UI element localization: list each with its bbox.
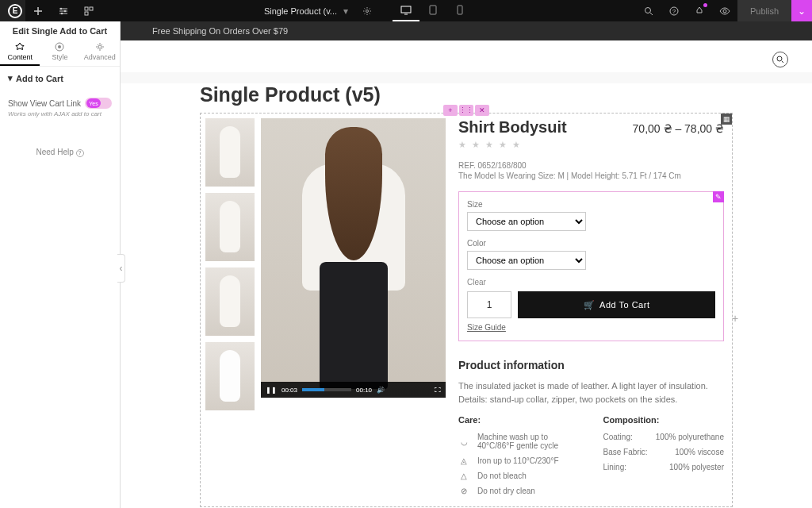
svg-point-15: [58, 45, 61, 48]
device-desktop-icon[interactable]: [393, 0, 419, 21]
iron-icon: ◬: [458, 456, 469, 465]
publish-options-chevron-icon[interactable]: ⌄: [791, 0, 812, 21]
ajax-note: Works only with AJAX add to cart: [0, 110, 120, 125]
section-add-icon[interactable]: +: [443, 105, 458, 116]
product-info-text: The insulated jacket is made of leather.…: [458, 379, 724, 406]
quantity-input[interactable]: 1: [467, 291, 511, 318]
elementor-logo[interactable]: E: [0, 0, 25, 21]
preview-canvas: Free Shipping On Orders Over $79 Single …: [121, 21, 812, 508]
product-price: 70,00 ₴ – 78,00 ₴: [633, 122, 724, 135]
video-duration: 00:10: [356, 387, 372, 394]
section-add-to-cart-header[interactable]: ▾ Add to Cart: [8, 73, 112, 83]
editor-sidebar: Edit Single Add to Cart Content Style Ad…: [0, 21, 121, 508]
svg-point-13: [723, 10, 726, 13]
composition-row: Coating:100% polyurethane: [603, 433, 725, 441]
add-section-icon[interactable]: +: [732, 312, 743, 323]
search-icon[interactable]: [772, 52, 788, 67]
care-heading: Care:: [458, 415, 580, 425]
gallery-column: ▦: [201, 114, 450, 506]
section-handles: + ⋮⋮ ✕: [443, 105, 489, 116]
gallery-thumb[interactable]: [205, 267, 255, 336]
svg-text:?: ?: [672, 8, 676, 15]
svg-rect-7: [401, 6, 411, 13]
sidebar-collapse-handle[interactable]: ‹: [117, 254, 125, 283]
notifications-icon[interactable]: [687, 0, 712, 21]
page-title: Single Product (v5): [200, 83, 733, 106]
size-label: Size: [467, 200, 715, 209]
promo-bar: Free Shipping On Orders Over $79: [121, 21, 812, 40]
site-header: [121, 40, 812, 72]
add-to-cart-button[interactable]: 🛒 Add To Cart: [518, 291, 715, 318]
page-settings-icon[interactable]: [354, 0, 380, 21]
dryclean-icon: ⊘: [458, 487, 469, 495]
star-rating: ★ ★ ★ ★ ★: [458, 140, 724, 150]
product-info-column: Shirt Bodysuit 70,00 ₴ – 78,00 ₴ ★ ★ ★ ★…: [450, 114, 732, 506]
product-ref: REF. 0652/168/800: [458, 161, 724, 170]
device-mobile-icon[interactable]: [446, 0, 473, 21]
wash-icon: ◡: [458, 437, 469, 446]
play-pause-icon[interactable]: ❚❚: [266, 387, 277, 394]
add-element-icon[interactable]: [25, 0, 51, 21]
clear-variations-link[interactable]: Clear: [467, 278, 715, 287]
video-controls: ❚❚ 00:03 00:10 🔊 ⛶: [261, 382, 446, 398]
need-help-link[interactable]: Need Help ?: [0, 148, 120, 157]
gallery-thumb[interactable]: [205, 193, 255, 261]
product-video[interactable]: ❚❚ 00:03 00:10 🔊 ⛶: [261, 118, 446, 398]
product-info-heading: Product information: [458, 359, 724, 371]
svg-point-17: [777, 56, 782, 61]
sidebar-title: Edit Single Add to Cart: [0, 21, 120, 39]
svg-rect-5: [85, 12, 88, 15]
model-note: The Model Is Wearing Size: M | Model Hei…: [458, 171, 724, 180]
svg-point-1: [64, 10, 66, 11]
size-guide-link[interactable]: Size Guide: [467, 323, 506, 332]
composition-heading: Composition:: [603, 415, 725, 425]
help-icon[interactable]: ?: [661, 0, 687, 21]
tab-advanced[interactable]: Advanced: [80, 39, 120, 66]
document-title[interactable]: Single Product (v...: [264, 6, 337, 16]
svg-rect-4: [90, 7, 93, 10]
svg-rect-3: [85, 7, 88, 10]
size-select[interactable]: Choose an option: [467, 212, 586, 231]
volume-icon[interactable]: 🔊: [377, 387, 385, 394]
gallery-thumb[interactable]: [205, 118, 255, 187]
sidebar-tabs: Content Style Advanced: [0, 39, 120, 67]
cart-icon: 🛒: [584, 300, 596, 310]
svg-point-0: [60, 7, 62, 9]
structure-icon[interactable]: [76, 0, 102, 21]
video-progress[interactable]: [302, 388, 351, 391]
composition-row: Base Fabric:100% viscose: [603, 448, 725, 456]
bleach-icon: △: [458, 471, 469, 480]
show-view-cart-label: Show View Cart Link: [8, 99, 81, 108]
svg-point-16: [98, 45, 102, 48]
fullscreen-icon[interactable]: ⛶: [435, 387, 441, 394]
preview-icon[interactable]: [712, 0, 737, 21]
widget-edit-icon[interactable]: ✎: [713, 191, 724, 202]
svg-point-2: [61, 12, 63, 13]
composition-row: Lining:100% polyester: [603, 463, 725, 471]
tab-content[interactable]: Content: [0, 39, 40, 66]
topbar: E Single Product (v... ▾ ? Publish ⌄: [0, 0, 812, 21]
color-select[interactable]: Choose an option: [467, 251, 586, 270]
svg-rect-9: [458, 6, 462, 14]
settings-panel-icon[interactable]: [51, 0, 76, 21]
add-to-cart-widget[interactable]: ✎ Size Choose an option Color Choose an …: [458, 191, 724, 341]
publish-button[interactable]: Publish: [737, 0, 791, 21]
care-item: ◡Machine wash up to 40°C/86°F gentle cyc…: [458, 433, 580, 450]
finder-search-icon[interactable]: [636, 0, 661, 21]
care-item: ◬Iron up to 110°C/230°F: [458, 456, 580, 465]
care-item: △Do not bleach: [458, 471, 580, 480]
care-item: ⊘Do not dry clean: [458, 487, 580, 495]
section-drag-icon[interactable]: ⋮⋮: [459, 105, 473, 116]
svg-rect-8: [430, 6, 436, 14]
section-delete-icon[interactable]: ✕: [475, 105, 489, 116]
show-view-cart-toggle[interactable]: Yes: [85, 98, 112, 109]
svg-point-6: [366, 10, 369, 12]
color-label: Color: [467, 239, 715, 248]
product-title: Shirt Bodysuit: [458, 118, 567, 137]
svg-point-10: [645, 7, 650, 13]
gallery-thumb[interactable]: [205, 342, 255, 410]
product-section: + ▦: [200, 113, 733, 507]
device-tablet-icon[interactable]: [419, 0, 446, 21]
tab-style[interactable]: Style: [40, 39, 79, 66]
video-current-time: 00:03: [282, 387, 297, 394]
